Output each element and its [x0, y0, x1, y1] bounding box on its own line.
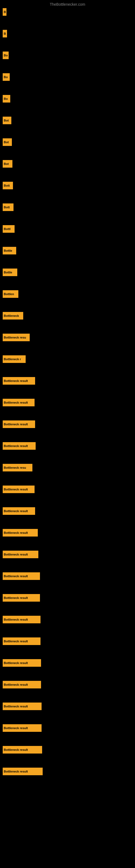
bar-row: Bottleneck r: [3, 355, 132, 363]
bar-label: Bottle: [4, 249, 12, 252]
bar-row: Bottleneck result: [3, 486, 132, 493]
bar-row: Bottlen: [3, 290, 132, 298]
bar-label: Bot: [4, 141, 9, 144]
bar-row: Bottleneck: [3, 312, 132, 319]
bar-row: Bottleneck result: [3, 724, 132, 732]
bar-row: Bot: [3, 160, 132, 167]
bar-row: Bottl: [3, 225, 132, 233]
bar-label: Bottleneck result: [4, 379, 28, 382]
bar-label: Bottleneck resu: [4, 466, 26, 469]
bar-item: Bottl: [3, 225, 14, 233]
bar-label: Bottleneck r: [4, 358, 21, 361]
bar-item: Bottleneck result: [3, 399, 35, 406]
bar-row: Bo: [3, 95, 132, 102]
bars-container: BBBoBoBoBotBotBotBottBottBottlBottleBott…: [0, 8, 135, 789]
bar-label: Bo: [4, 97, 8, 100]
bar-label: B: [4, 10, 6, 13]
bar-label: Bottleneck result: [4, 423, 28, 426]
site-title: TheBottlenecker.com: [0, 0, 135, 8]
bar-label: Bottleneck result: [4, 401, 28, 404]
bar-item: Bottlen: [3, 290, 18, 298]
bar-row: Bottleneck result: [3, 659, 132, 667]
bar-item: Bottleneck result: [3, 768, 43, 775]
bar-row: Bottleneck result: [3, 377, 132, 384]
bar-label: Bottleneck result: [4, 553, 28, 556]
bar-item: Bottleneck result: [3, 529, 38, 536]
bar-row: B: [3, 30, 132, 37]
bar-item: Bottleneck: [3, 312, 23, 319]
bar-label: Bottleneck result: [4, 661, 28, 664]
bar-label: Bot: [4, 162, 9, 165]
bar-item: Bottleneck r: [3, 355, 26, 363]
bar-row: Bo: [3, 52, 132, 59]
bar-item: Bo: [3, 73, 10, 81]
bar-item: Bottleneck result: [3, 638, 41, 645]
bar-row: Bottleneck resu: [3, 464, 132, 471]
bar-label: Bottleneck result: [4, 488, 28, 491]
bar-item: Bottleneck resu: [3, 464, 32, 471]
bar-label: Bo: [4, 54, 8, 57]
bar-label: Bottleneck result: [4, 596, 28, 599]
bar-item: Bottleneck result: [3, 681, 41, 688]
bar-label: Bottleneck resu: [4, 336, 26, 339]
bar-row: Bottleneck result: [3, 442, 132, 450]
bar-label: Bottleneck result: [4, 531, 28, 534]
bar-row: Bottleneck result: [3, 616, 132, 623]
bar-item: Bott: [3, 204, 13, 211]
bar-row: Bott: [3, 204, 132, 211]
bar-row: Bottle: [3, 269, 132, 276]
bar-label: Bottleneck result: [4, 640, 28, 643]
bar-label: Bott: [4, 184, 10, 187]
bar-row: Bot: [3, 138, 132, 146]
bar-item: Bottleneck result: [3, 616, 41, 623]
bar-item: Bottleneck result: [3, 421, 35, 428]
bar-label: Bottleneck: [4, 314, 19, 317]
bar-label: Bottleneck result: [4, 575, 28, 578]
bar-row: Bottleneck result: [3, 529, 132, 536]
bar-label: B: [4, 32, 6, 35]
bar-row: Bottleneck result: [3, 507, 132, 515]
bar-label: Bot: [4, 119, 9, 122]
bar-label: Bottleneck result: [4, 683, 28, 686]
bar-row: Bottleneck result: [3, 551, 132, 558]
bar-label: Bottleneck result: [4, 705, 28, 708]
bar-item: Bottleneck result: [3, 551, 38, 558]
bar-label: Bottleneck result: [4, 726, 28, 730]
bar-row: Bottleneck result: [3, 703, 132, 710]
bar-label: Bottle: [4, 271, 12, 274]
bar-label: Bott: [4, 206, 10, 209]
bar-item: Bottleneck result: [3, 594, 40, 601]
bar-row: Bottleneck result: [3, 572, 132, 580]
bar-row: Bottleneck result: [3, 746, 132, 753]
bar-row: Bottleneck result: [3, 638, 132, 645]
bar-label: Bottlen: [4, 292, 14, 296]
bar-label: Bottleneck result: [4, 444, 28, 447]
bar-row: Bottleneck result: [3, 681, 132, 688]
bar-item: Bottleneck result: [3, 746, 42, 753]
bar-item: Bottleneck result: [3, 486, 35, 493]
bar-row: B: [3, 8, 132, 16]
bar-item: Bottleneck result: [3, 703, 42, 710]
bar-item: Bo: [3, 52, 9, 59]
bar-row: Bo: [3, 73, 132, 81]
bar-item: Bottle: [3, 247, 16, 254]
bar-item: Bottleneck result: [3, 724, 42, 732]
bar-item: Bottleneck result: [3, 507, 35, 515]
bar-item: Bot: [3, 117, 11, 124]
bar-row: Bott: [3, 182, 132, 189]
bar-item: Bott: [3, 182, 13, 189]
bar-item: Bot: [3, 160, 12, 167]
bar-item: Bottle: [3, 269, 17, 276]
bar-item: Bottleneck result: [3, 442, 36, 450]
bar-item: Bot: [3, 138, 12, 146]
bar-item: Bottleneck result: [3, 377, 35, 384]
bar-row: Bottleneck result: [3, 768, 132, 775]
bar-item: Bottleneck result: [3, 659, 41, 667]
bar-row: Bottle: [3, 247, 132, 254]
bar-item: B: [3, 30, 7, 37]
bar-item: Bo: [3, 95, 10, 102]
bar-label: Bottleneck result: [4, 509, 28, 513]
bar-item: Bottleneck result: [3, 572, 40, 580]
bar-label: Bottleneck result: [4, 748, 28, 751]
bar-row: Bottleneck resu: [3, 334, 132, 341]
